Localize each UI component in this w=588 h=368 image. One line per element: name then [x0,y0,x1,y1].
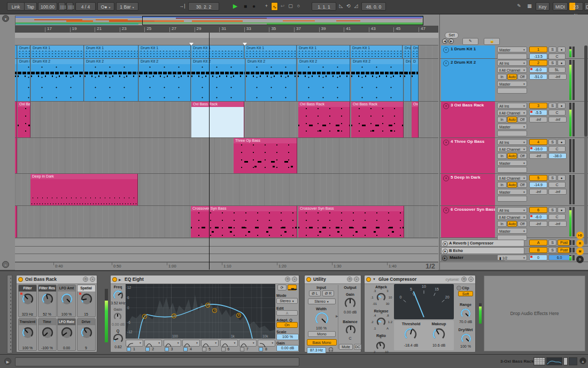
monitor-switch[interactable]: InAutoOff [497,221,527,227]
phase-left-button[interactable]: Ø L [309,290,321,296]
playhead[interactable] [209,33,210,270]
loop-icon[interactable]: ⟲ [345,2,352,11]
clip[interactable]: Drum Kit 2 [246,59,297,101]
track-lane[interactable]: ..Drum KDrum Kit 2Drum Kit 2Drum Kit 2Dr… [15,59,438,102]
automation-arm-icon[interactable]: ∿ [271,2,278,11]
track-name[interactable]: ▼4 Three Op Bass [441,138,495,173]
macro-knob[interactable] [60,326,73,341]
master-track-name[interactable]: Master▶ [441,255,505,261]
band-enable-checkbox[interactable] [259,347,263,351]
solo-button[interactable]: S [548,60,556,66]
monitor-switch[interactable]: InAutoOff [497,182,527,188]
nudge-down-button[interactable]: |||| [58,2,65,11]
monitor-in[interactable]: In [497,221,507,227]
monitor-off[interactable]: Off [517,221,527,227]
monitor-in[interactable]: In [497,182,507,188]
mono-button[interactable]: Mono [308,331,336,337]
send-field[interactable]: -inf [529,117,547,122]
macro-value[interactable]: 100 % [58,312,75,316]
band-filter-select[interactable]: ▼ [164,340,181,347]
solo-button[interactable]: S [548,207,556,213]
macro-label[interactable]: Filter [19,285,36,292]
clip[interactable]: Crossover Syn Bass [191,206,297,237]
pan-field[interactable]: C [548,182,566,188]
band-filter-select[interactable]: ▼ [239,340,257,347]
track-fold-icon[interactable]: ▼ [443,103,449,109]
track-header[interactable]: ▼6 Crossover Syn BassAll Ins▼‖ All Chann… [440,206,588,238]
band-filter-select[interactable]: ▼ [144,340,162,347]
clip[interactable]: Drum Kit 2 [351,59,404,101]
monitor-off[interactable]: Off [517,74,527,80]
clip[interactable]: Oxi Ba [18,102,30,137]
vertical-scrollbar[interactable] [584,45,587,244]
return-lane[interactable] [15,247,438,254]
master-track-header[interactable]: Master▶▮ 1/2▼06.0 [440,254,588,262]
macro-knob[interactable] [80,293,93,308]
record-button[interactable]: ● [250,2,258,11]
band-enable-checkbox[interactable] [127,347,131,351]
track-name[interactable]: ▼2 Drum Kit 2 [441,59,495,101]
return-lane[interactable] [15,239,438,247]
draw-pencil-icon[interactable]: ✎ [515,2,523,11]
eq-band-handle[interactable]: 8 [236,313,241,318]
track-header[interactable]: ▼4 Three Op BassAll Ins▼‖ All Channel▼In… [440,138,588,174]
clip[interactable]: Deep in Dark [30,174,138,205]
device-on-toggle[interactable] [306,277,311,282]
makeup-knob[interactable] [432,327,446,343]
monitor-in[interactable]: In [497,74,507,80]
clip[interactable]: Drum Kit 2 [139,59,191,101]
clip[interactable]: Drum Kit 1 [351,45,403,58]
device-on-toggle[interactable] [18,277,23,282]
routing-select[interactable]: ‖ All Channel▼ [497,146,527,152]
return-activator[interactable]: A [529,240,547,246]
play-button[interactable]: ▶ [231,2,239,11]
monitor-auto[interactable]: Auto [507,74,517,80]
band-filter-select[interactable]: ▼ [220,340,238,347]
solo-button[interactable]: S [548,247,556,253]
band-filter-select[interactable]: ▼ [201,340,219,347]
arm-button[interactable]: ● [558,60,566,66]
macro-knob[interactable] [80,326,93,341]
volume-field[interactable]: -14.9 [529,182,547,188]
return-track-name[interactable]: B Echo▶ [441,247,524,254]
delay-section-toggle[interactable]: D [576,256,584,263]
pan-field[interactable]: C [548,110,566,116]
clip[interactable]: D [412,59,419,101]
preview-icon[interactable]: ▶ [4,358,11,365]
track-activator[interactable]: 2 [529,60,547,66]
tempo-field[interactable]: 100.00 [38,2,57,11]
routing-select[interactable]: Master▼ [497,189,527,195]
routing-box[interactable] [497,167,527,173]
quantize-menu[interactable]: 1 Bar▼ [116,2,138,11]
clip[interactable]: Drum Kit 2 [191,59,245,101]
routing-select[interactable]: Master▼ [497,81,527,87]
track-name[interactable]: ▼6 Crossover Syn Bass [441,206,495,237]
adapt-q-toggle[interactable]: On [276,322,298,328]
macro-value[interactable]: 323 Hz [19,312,36,316]
clip[interactable]: Drum Kit 1 [297,45,350,58]
track-fold-icon[interactable]: ▼ [443,47,449,53]
clip[interactable]: Oxi Bass Rack [351,102,404,137]
punch-out-icon[interactable]: ◿ [353,2,359,11]
routing-box[interactable] [497,131,527,136]
monitor-switch[interactable]: InAutoOff [497,74,527,80]
dc-button[interactable]: DC [354,344,361,350]
macro-value[interactable]: -100 % [38,346,56,350]
routing-select[interactable]: ‖ All Channel▼ [497,67,527,73]
track-lane[interactable]: Drum KDrum Kit 1Drum Kit 1Drum Kit 1Drum… [15,45,438,59]
clip[interactable]: Drum Kit 2 [298,59,350,101]
monitor-auto[interactable]: Auto [507,221,517,227]
track-header[interactable]: ▼3 Oxi Bass RackAll Ins▼‖ All Channel▼In… [440,102,588,138]
clip[interactable]: Drum Kit 2 [31,59,84,101]
macro-label[interactable]: LFO Rate [58,319,75,325]
send-field[interactable]: -38.0 [548,153,567,159]
macro-knob[interactable] [21,293,34,308]
clip[interactable] [15,138,17,173]
pre-post-toggle[interactable]: Post [558,247,570,253]
cue-volume[interactable]: 6.0 [548,255,570,260]
device-thumbnail[interactable] [533,357,545,365]
device-thumbnail[interactable] [563,357,568,365]
track-header[interactable]: ▼5 Deep in Dark‖ All Channel▼InAutoOffMa… [440,174,588,206]
band-enable-checkbox[interactable] [165,347,169,351]
mixer-section-toggle[interactable]: M [576,248,584,255]
